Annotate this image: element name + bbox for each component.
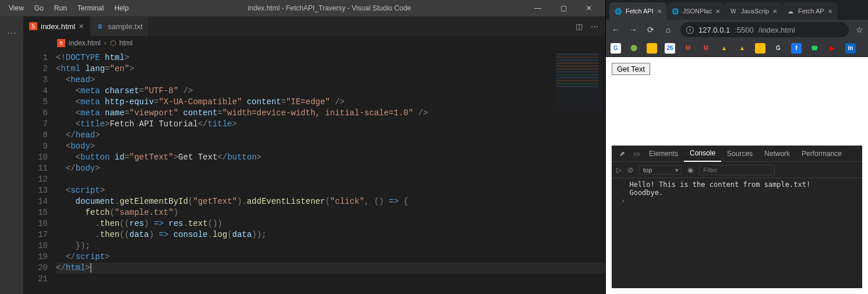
close-icon[interactable]: ✕ xyxy=(79,23,84,30)
code-body[interactable]: <!DOCTYPE html><html lang="en"> <head> <… xyxy=(56,50,605,294)
keep-icon[interactable] xyxy=(647,43,657,54)
browser-tab[interactable]: 🌐Fetch API✕ xyxy=(609,2,666,20)
maximize-button[interactable]: ▢ xyxy=(551,0,576,16)
text-file-icon: 🗎 xyxy=(96,22,104,30)
minimap[interactable] xyxy=(554,52,601,111)
play-icon[interactable]: ▷ xyxy=(616,166,622,174)
browser-tab-title: JavaScrip xyxy=(741,8,769,15)
url-path: /index.html xyxy=(758,26,795,34)
menu-terminal[interactable]: Terminal xyxy=(72,2,109,14)
youtube-icon[interactable]: ▶ xyxy=(827,43,838,54)
html5-icon: 5 xyxy=(57,39,65,47)
browser-tab[interactable]: 🌐JSONPlac✕ xyxy=(666,2,725,20)
cloud-icon: ☁ xyxy=(786,7,795,15)
facebook-icon[interactable]: f xyxy=(791,43,802,54)
browser-tab-title: Fetch AP xyxy=(798,8,824,15)
folder-icon[interactable] xyxy=(755,43,765,54)
more-icon[interactable]: ⋯ xyxy=(0,22,23,43)
devtools-tab-performance[interactable]: Performance xyxy=(796,146,848,161)
menubar: View Go Run Terminal Help index.html - F… xyxy=(0,0,605,16)
breadcrumb-symbol[interactable]: html xyxy=(119,39,133,47)
back-button[interactable]: ← xyxy=(611,25,621,34)
get-text-button[interactable]: Get Text xyxy=(612,63,650,75)
browser-tabstrip: 🌐Fetch API✕🌐JSONPlac✕WJavaScrip✕☁Fetch A… xyxy=(606,0,868,20)
browser-tab-title: JSONPlac xyxy=(683,8,712,15)
gmail-icon[interactable]: M xyxy=(683,43,693,54)
line-gutter: 123456789101112131415161718192021 xyxy=(23,50,56,294)
symbol-icon: ⬡ xyxy=(110,39,116,47)
console-output[interactable]: Hello! This is the content from sample.t… xyxy=(612,178,862,288)
forward-button[interactable]: → xyxy=(628,25,638,34)
more-actions-icon[interactable]: ⋯ xyxy=(591,22,598,31)
editor-area: 5 index.html ✕ 🗎 sample.txt ◫ ⋯ 5 index.… xyxy=(23,16,605,294)
chevron-right-icon: › xyxy=(104,39,107,47)
gmail2-icon[interactable]: M xyxy=(701,43,711,54)
menu-run[interactable]: Run xyxy=(49,2,72,14)
close-icon[interactable]: ✕ xyxy=(657,8,662,15)
tab-sample-txt[interactable]: 🗎 sample.txt xyxy=(90,16,149,36)
devtools-tab-sources[interactable]: Sources xyxy=(721,146,758,161)
linkedin-icon[interactable]: in xyxy=(845,43,856,54)
home-button[interactable]: ⌂ xyxy=(663,25,673,34)
g-letter-icon[interactable]: G xyxy=(773,43,784,54)
split-editor-icon[interactable]: ◫ xyxy=(576,22,583,31)
context-selector[interactable]: top xyxy=(639,165,682,175)
inspect-element-icon[interactable]: ⬈ xyxy=(615,150,629,158)
window-controls: — ▢ ✕ xyxy=(525,0,602,16)
calendar-icon[interactable]: 26 xyxy=(665,43,675,54)
console-filter-input[interactable] xyxy=(699,165,775,175)
drive2-icon[interactable]: ▲ xyxy=(737,43,747,54)
html5-icon: 5 xyxy=(29,22,37,30)
menu-go[interactable]: Go xyxy=(29,2,49,14)
clear-console-icon[interactable]: ⊘ xyxy=(627,166,633,174)
devtools-tab-network[interactable]: Network xyxy=(758,146,796,161)
browser-tab[interactable]: WJavaScrip✕ xyxy=(725,2,782,20)
google-icon[interactable]: G xyxy=(611,43,621,54)
drive-icon[interactable]: ▲ xyxy=(719,43,729,54)
devtools-tab-elements[interactable]: Elements xyxy=(643,146,684,161)
devtools-tabs: ⬈ ▭ Elements Console Sources Network Per… xyxy=(612,146,862,162)
editor-tabs: 5 index.html ✕ 🗎 sample.txt ◫ ⋯ xyxy=(23,16,605,36)
bookmarks-bar: G🟢26MM▲▲Gf☎▶in xyxy=(606,40,868,57)
menu-help[interactable]: Help xyxy=(109,2,134,14)
devtools-panel: ⬈ ▭ Elements Console Sources Network Per… xyxy=(612,146,862,288)
breadcrumb-file[interactable]: index.html xyxy=(69,39,101,47)
device-toggle-icon[interactable]: ▭ xyxy=(629,150,643,158)
tab-index-html[interactable]: 5 index.html ✕ xyxy=(23,16,90,36)
eye-icon[interactable]: ◉ xyxy=(687,166,693,174)
menu-view[interactable]: View xyxy=(3,2,29,14)
url-host: 127.0.0.1 xyxy=(698,26,730,34)
site-info-icon[interactable]: i xyxy=(686,26,694,34)
browser-tab[interactable]: ☁Fetch AP✕ xyxy=(782,2,837,20)
close-icon[interactable]: ✕ xyxy=(828,8,832,15)
code-editor[interactable]: 123456789101112131415161718192021 <!DOCT… xyxy=(23,50,605,294)
globe-icon: 🌐 xyxy=(671,7,679,15)
chrome-window: 🌐Fetch API✕🌐JSONPlac✕WJavaScrip✕☁Fetch A… xyxy=(606,0,868,294)
vscode-window: View Go Run Terminal Help index.html - F… xyxy=(0,0,606,294)
tab-label: index.html xyxy=(41,22,75,31)
w3-icon: W xyxy=(729,7,738,15)
page-viewport: Get Text ⬈ ▭ Elements Console Sources Ne… xyxy=(606,57,868,294)
window-title: index.html - FetchAPI_Traversy - Visual … xyxy=(134,4,525,12)
console-prompt[interactable]: › xyxy=(621,197,629,205)
whatsapp-icon[interactable]: ☎ xyxy=(809,43,820,54)
globe-icon: 🌐 xyxy=(614,7,622,15)
browser-toolbar: ← → ⟳ ⌂ i 127.0.0.1:5500/index.html ☆ xyxy=(606,20,868,40)
url-port: :5500 xyxy=(735,26,754,34)
minimize-button[interactable]: — xyxy=(525,0,551,16)
close-icon[interactable]: ✕ xyxy=(772,8,777,15)
activity-bar: ⋯ xyxy=(0,16,23,294)
reload-button[interactable]: ⟳ xyxy=(645,25,656,34)
tab-label: sample.txt xyxy=(108,22,142,31)
close-button[interactable]: ✕ xyxy=(576,0,602,16)
evernote-icon[interactable]: 🟢 xyxy=(629,43,639,54)
devtools-tab-console[interactable]: Console xyxy=(684,146,721,162)
breadcrumbs[interactable]: 5 index.html › ⬡ html xyxy=(23,36,605,50)
bookmark-star-icon[interactable]: ☆ xyxy=(856,25,863,34)
address-bar[interactable]: i 127.0.0.1:5500/index.html xyxy=(680,22,849,37)
close-icon[interactable]: ✕ xyxy=(715,8,720,15)
browser-tab-title: Fetch API xyxy=(626,8,654,15)
console-toolbar: ▷ ⊘ top ◉ xyxy=(612,162,862,178)
